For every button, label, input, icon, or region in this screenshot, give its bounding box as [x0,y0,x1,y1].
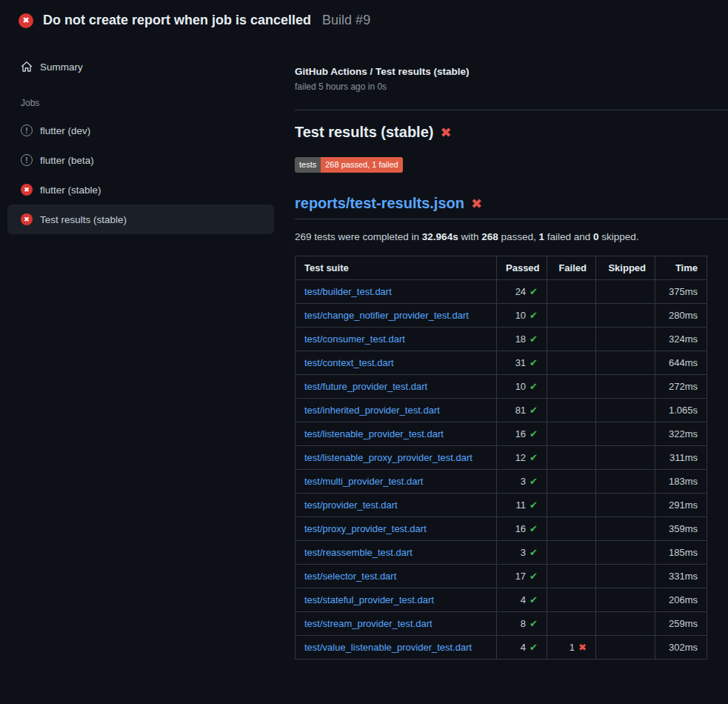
suite-cell: test/change_notifier_provider_test.dart [295,304,497,328]
report-title: reports/test-results.json ✖ [295,195,728,219]
suite-cell: test/value_listenable_provider_test.dart [295,636,497,660]
suite-cell: test/stream_provider_test.dart [295,612,497,636]
passed-cell: 24✔ [497,280,547,304]
suite-link[interactable]: test/provider_test.dart [304,499,398,511]
suite-cell: test/provider_test.dart [295,494,497,517]
col-header-test-suite: Test suite [295,256,497,280]
suite-link[interactable]: test/listenable_provider_test.dart [304,428,444,439]
passed-cell: 11✔ [497,494,547,517]
section-title-text: Test results (stable) [295,124,433,141]
passed-cell: 17✔ [497,565,547,588]
failed-cell: 1✖ [547,636,596,660]
time-cell: 311ms [655,446,707,470]
failed-cell [547,517,596,541]
skipped-cell [596,280,655,304]
suite-link[interactable]: test/reassemble_test.dart [304,547,413,558]
sidebar-item-summary[interactable]: Summary [7,52,274,82]
time-cell: 280ms [655,304,707,328]
report-file-link[interactable]: reports/test-results.json [295,195,464,212]
table-row: test/value_listenable_provider_test.dart… [295,636,707,660]
suite-cell: test/listenable_provider_test.dart [295,422,497,446]
time-cell: 1.065s [655,399,707,422]
suite-cell: test/stateful_provider_test.dart [295,588,497,612]
results-table: Test suite Passed Failed Skipped Time te… [295,256,707,660]
skipped-cell [596,470,655,494]
time-cell: 302ms [655,636,707,660]
suite-cell: test/context_test.dart [295,351,497,375]
failed-cell [547,280,596,304]
col-header-time: Time [655,256,707,280]
table-row: test/change_notifier_provider_test.dart … [295,304,707,328]
suite-link[interactable]: test/context_test.dart [304,357,394,368]
skipped-cell [596,375,655,399]
skipped-cell [596,612,655,636]
summary-skipped-count: 0 [593,231,599,242]
summary-part: skipped. [599,231,639,242]
suite-cell: test/consumer_test.dart [295,328,497,351]
sidebar-item-flutter-dev[interactable]: ! flutter (dev) [7,116,274,145]
passed-cell: 3✔ [497,541,547,565]
col-header-failed: Failed [547,256,596,280]
breadcrumb: GitHub Actions / Test results (stable) [295,66,728,77]
time-cell: 185ms [655,541,707,565]
failed-cell [547,304,596,328]
sidebar-item-flutter-beta[interactable]: ! flutter (beta) [7,145,274,175]
suite-link[interactable]: test/proxy_provider_test.dart [304,523,427,534]
sidebar-item-test-results-stable[interactable]: ✖ Test results (stable) [7,205,274,234]
suite-link[interactable]: test/selector_test.dart [304,571,396,582]
suite-cell: test/listenable_proxy_provider_test.dart [295,446,497,470]
failed-status-icon: ✖ [19,13,33,28]
skipped-cell [596,636,655,660]
table-row: test/listenable_proxy_provider_test.dart… [295,446,707,470]
skipped-cell [596,328,655,351]
skipped-cell [596,517,655,541]
time-cell: 183ms [655,470,707,494]
col-header-passed: Passed [497,256,547,280]
failed-x-icon: ✖ [440,126,451,139]
failed-cell [547,399,596,422]
suite-link[interactable]: test/inherited_provider_test.dart [304,405,440,416]
summary-part: passed, [498,231,539,242]
suite-link[interactable]: test/stateful_provider_test.dart [304,594,434,605]
table-row: test/multi_provider_test.dart 3✔ 183ms [295,470,707,494]
summary-sentence: 269 tests were completed in 32.964s with… [295,231,728,242]
divider [295,110,728,110]
suite-link[interactable]: test/change_notifier_provider_test.dart [304,310,469,321]
passed-cell: 4✔ [497,636,547,660]
suite-cell: test/builder_test.dart [295,280,497,304]
summary-failed-count: 1 [539,231,545,242]
suite-link[interactable]: test/listenable_proxy_provider_test.dart [304,452,472,463]
table-row: test/stateful_provider_test.dart 4✔ 206m… [295,588,707,612]
passed-cell: 4✔ [497,588,547,612]
suite-link[interactable]: test/multi_provider_test.dart [304,476,423,487]
neutral-status-icon: ! [21,124,33,136]
table-row: test/inherited_provider_test.dart 81✔ 1.… [295,399,707,422]
table-row: test/consumer_test.dart 18✔ 324ms [295,328,707,351]
suite-link[interactable]: test/consumer_test.dart [304,333,405,345]
skipped-cell [596,446,655,470]
table-row: test/listenable_provider_test.dart 16✔ 3… [295,422,707,446]
suite-link[interactable]: test/value_listenable_provider_test.dart [304,642,472,653]
skipped-cell [596,304,655,328]
build-header: ✖ Do not create report when job is cance… [0,0,728,39]
passed-cell: 31✔ [497,351,547,375]
col-header-skipped: Skipped [596,256,655,280]
suite-cell: test/multi_provider_test.dart [295,470,497,494]
table-row: test/proxy_provider_test.dart 16✔ 359ms [295,517,707,541]
summary-part: failed and [544,231,593,242]
summary-part: 269 tests were completed in [295,231,422,242]
sidebar-item-flutter-stable[interactable]: ✖ flutter (stable) [7,175,274,205]
suite-link[interactable]: test/builder_test.dart [304,286,392,297]
sidebar-item-label: flutter (beta) [40,155,94,166]
table-row: test/context_test.dart 31✔ 644ms [295,351,707,375]
failed-status-icon: ✖ [21,213,33,225]
table-row: test/provider_test.dart 11✔ 291ms [295,494,707,517]
table-header-row: Test suite Passed Failed Skipped Time [295,256,707,280]
jobs-heading: Jobs [0,82,281,116]
time-cell: 259ms [655,612,707,636]
suite-link[interactable]: test/stream_provider_test.dart [304,618,433,629]
tests-badge: tests 268 passed, 1 failed [295,157,403,173]
failed-cell [547,351,596,375]
suite-link[interactable]: test/future_provider_test.dart [304,381,427,392]
suite-cell: test/reassemble_test.dart [295,541,497,565]
